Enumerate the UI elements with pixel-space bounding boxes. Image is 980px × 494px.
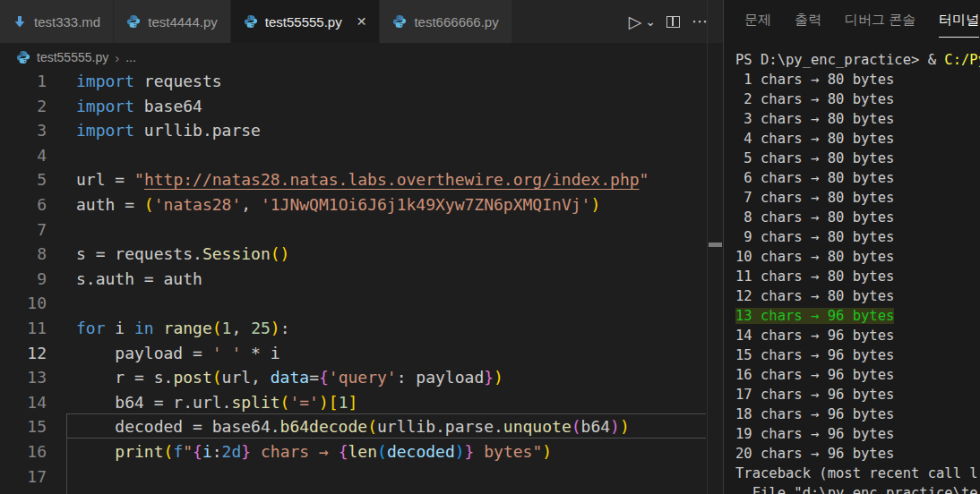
line-number: 16 <box>0 442 47 461</box>
code-text: decoded = base64.b64decode(urllib.parse.… <box>76 417 630 436</box>
line-number: 15 <box>0 417 47 436</box>
markdown-icon <box>13 14 27 29</box>
code-text: s.auth = auth <box>76 269 202 288</box>
scrollbar-thumb[interactable] <box>709 243 722 247</box>
panel-tab-터미널[interactable]: 터미널 <box>939 3 979 38</box>
run-dropdown-icon[interactable]: ⌄ <box>644 11 657 32</box>
terminal-line: Traceback (most recent call l <box>735 464 978 483</box>
terminal-line: 9 chars → 80 bytes <box>735 227 894 247</box>
code-editor[interactable]: 1import requests2import base643import ur… <box>0 72 706 494</box>
python-icon <box>126 14 141 29</box>
tab-test4444.py[interactable]: test4444.py <box>114 0 231 43</box>
python-icon <box>244 14 258 29</box>
tab-label: test333.md <box>34 14 100 30</box>
code-line-3[interactable]: 3import urllib.parse <box>0 121 706 146</box>
tab-test333.md[interactable]: test333.md <box>0 0 114 43</box>
code-line-8[interactable]: 8s = requests.Session() <box>0 244 706 269</box>
split-editor-icon[interactable] <box>662 11 683 32</box>
line-number: 17 <box>0 467 47 486</box>
terminal-line: 11 chars → 80 bytes <box>735 267 894 286</box>
terminal-line: 7 chars → 80 bytes <box>735 188 894 208</box>
code-line-12[interactable]: 12 payload = ' ' * i <box>0 344 706 369</box>
code-text: import requests <box>76 72 222 90</box>
code-text: for i in range(1, 25): <box>76 319 290 337</box>
line-number: 4 <box>0 146 47 165</box>
code-text: print(f"{i:2d} chars → {len(decoded)} by… <box>76 442 552 461</box>
line-number: 8 <box>0 244 47 263</box>
panel-tab-문제[interactable]: 문제 <box>744 3 771 37</box>
editor-tabs: test333.mdtest4444.pytest55555.py✕test66… <box>0 0 512 43</box>
editor-scrollbar[interactable] <box>707 0 722 494</box>
code-text: b64 = r.url.split('=')[1] <box>76 393 357 412</box>
tab-test55555.py[interactable]: test55555.py✕ <box>231 0 381 43</box>
code-line-9[interactable]: 9s.auth = auth <box>0 269 706 294</box>
code-line-13[interactable]: 13 r = s.post(url, data={'query': payloa… <box>0 368 706 393</box>
terminal-line: 19 chars → 96 bytes <box>735 424 894 444</box>
line-number: 7 <box>0 220 47 239</box>
line-number: 5 <box>0 170 47 189</box>
line-number: 13 <box>0 368 47 387</box>
line-number: 12 <box>0 344 47 362</box>
code-text: import urllib.parse <box>76 121 261 140</box>
code-line-15[interactable]: 15 decoded = base64.b64decode(urllib.par… <box>0 417 706 442</box>
code-line-7[interactable]: 7 <box>0 220 706 245</box>
tab-test666666.py[interactable]: test666666.py <box>380 0 511 43</box>
vscode-window: test333.mdtest4444.pytest55555.py✕test66… <box>0 0 980 494</box>
python-icon <box>16 50 30 64</box>
terminal-line: 8 chars → 80 bytes <box>735 208 894 227</box>
terminal-output[interactable]: PS D:\py_enc_practice> & C:/Py 1 chars →… <box>724 45 980 494</box>
tab-label: test4444.py <box>148 14 218 30</box>
terminal-line: 6 chars → 80 bytes <box>735 168 894 188</box>
editor-region: test333.mdtest4444.pytest55555.py✕test66… <box>0 0 723 494</box>
terminal-prompt-line: PS D:\py_enc_practice> & C:/Py <box>735 50 980 70</box>
line-number: 2 <box>0 97 47 115</box>
code-line-1[interactable]: 1import requests <box>0 72 706 97</box>
terminal-line: 17 chars → 96 bytes <box>735 385 894 405</box>
terminal-line: 12 chars → 80 bytes <box>735 286 894 306</box>
code-line-6[interactable]: 6auth = ('natas28', '1JNwQM1Oi6J6j1k49Xy… <box>0 195 706 220</box>
editor-tab-bar: test333.mdtest4444.pytest55555.py✕test66… <box>0 0 723 43</box>
terminal-panel: 문제출력디버그 콘솔터미널 PS D:\py_enc_practice> & C… <box>723 0 980 494</box>
line-number: 3 <box>0 121 47 140</box>
line-number: 10 <box>0 294 47 312</box>
terminal-line: 3 chars → 80 bytes <box>735 109 894 129</box>
code-line-16[interactable]: 16 print(f"{i:2d} chars → {len(decoded)}… <box>0 442 706 467</box>
breadcrumb-more[interactable]: ... <box>125 50 136 64</box>
code-text: auth = ('natas28', '1JNwQM1Oi6J6j1k49Xyw… <box>76 195 600 214</box>
code-line-17[interactable]: 17 <box>0 467 706 492</box>
code-line-14[interactable]: 14 b64 = r.url.split('=')[1] <box>0 393 706 418</box>
terminal-line: 10 chars → 80 bytes <box>735 247 894 267</box>
code-line-10[interactable]: 10 <box>0 294 706 319</box>
line-number: 14 <box>0 393 47 412</box>
panel-tab-출력[interactable]: 출력 <box>795 3 821 37</box>
panel-tab-디버그 콘솔[interactable]: 디버그 콘솔 <box>845 3 916 37</box>
line-number: 1 <box>0 72 47 90</box>
line-number: 9 <box>0 269 47 288</box>
terminal-line: 1 chars → 80 bytes <box>735 70 894 89</box>
chevron-right-icon: › <box>115 50 119 65</box>
terminal-line: 4 chars → 80 bytes <box>735 129 894 149</box>
line-number: 11 <box>0 319 47 337</box>
breadcrumb-file[interactable]: test55555.py <box>37 50 108 64</box>
line-number: 6 <box>0 195 47 214</box>
code-line-2[interactable]: 2import base64 <box>0 97 706 122</box>
tab-label: test666666.py <box>414 14 498 30</box>
close-icon[interactable]: ✕ <box>357 14 367 29</box>
code-line-5[interactable]: 5url = "http://natas28.natas.labs.overth… <box>0 170 706 195</box>
terminal-line: File "d:\py_enc_practice\te <box>735 483 978 494</box>
panel-tab-bar: 문제출력디버그 콘솔터미널 <box>724 0 980 39</box>
code-text: import base64 <box>76 97 202 115</box>
run-button-icon[interactable]: ▷ <box>624 11 646 32</box>
code-text: s = requests.Session() <box>76 244 289 263</box>
code-text: payload = ' ' * i <box>76 344 280 362</box>
code-line-11[interactable]: 11for i in range(1, 25): <box>0 319 706 344</box>
code-line-4[interactable]: 4 <box>0 146 706 171</box>
code-text: r = s.post(url, data={'query': payload}) <box>76 368 503 387</box>
python-icon <box>392 14 407 29</box>
terminal-line: 5 chars → 80 bytes <box>735 149 894 168</box>
terminal-line: 2 chars → 80 bytes <box>735 89 894 109</box>
terminal-line: 18 chars → 96 bytes <box>735 405 894 424</box>
terminal-line: 13 chars → 96 bytes <box>735 306 894 326</box>
terminal-line: 15 chars → 96 bytes <box>735 345 894 365</box>
breadcrumb[interactable]: test55555.py › ... <box>0 43 723 72</box>
